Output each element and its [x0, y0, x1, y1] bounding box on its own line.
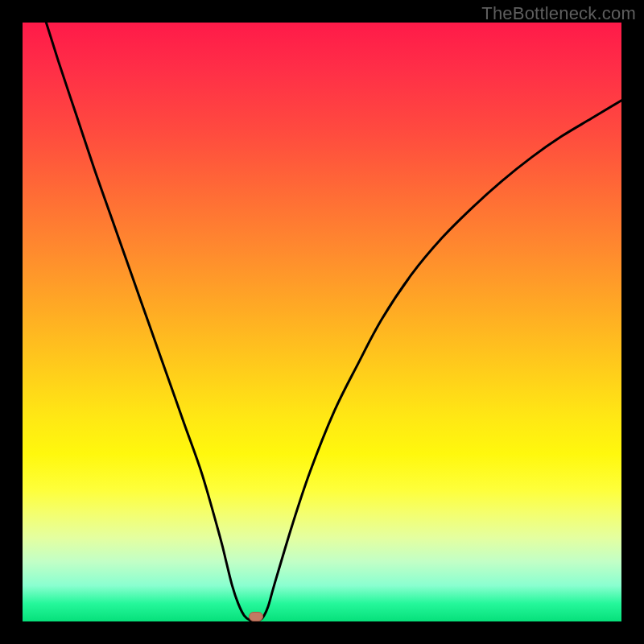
watermark-text: TheBottleneck.com: [481, 3, 636, 24]
optimal-point-marker: [249, 612, 263, 621]
chart-svg: [23, 23, 621, 621]
bottleneck-curve: [23, 23, 621, 621]
chart-frame: [23, 23, 621, 621]
